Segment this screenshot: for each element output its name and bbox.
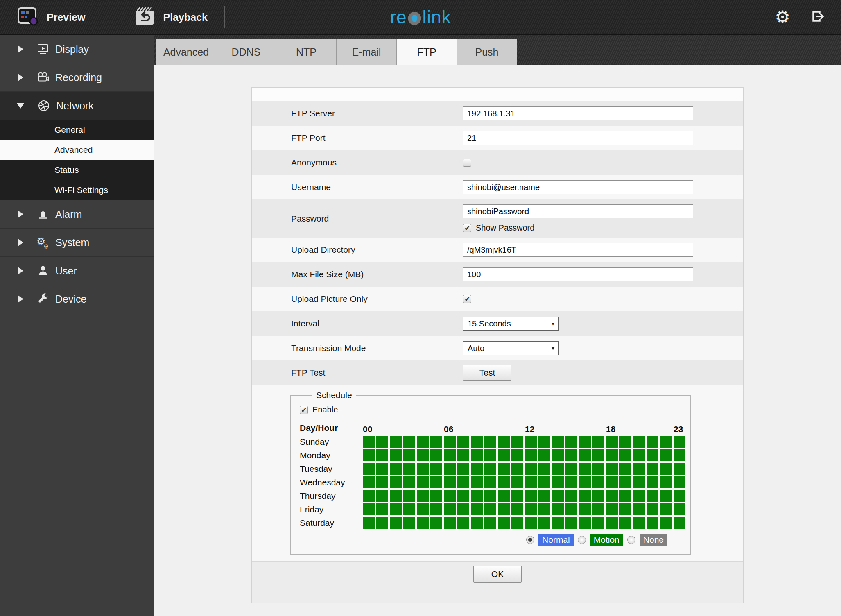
schedule-cell[interactable] [484,449,496,461]
schedule-cell[interactable] [430,476,442,488]
schedule-cell[interactable] [403,503,415,515]
schedule-cell[interactable] [525,436,537,448]
sidebar-item-display[interactable]: Display [0,35,154,63]
schedule-cell[interactable] [376,517,388,529]
schedule-cell[interactable] [403,517,415,529]
schedule-cell[interactable] [430,490,442,502]
schedule-cell[interactable] [484,436,496,448]
mode-chip-motion[interactable]: Motion [590,534,623,546]
schedule-cell[interactable] [403,463,415,475]
schedule-cell[interactable] [417,517,429,529]
schedule-cell[interactable] [565,517,577,529]
schedule-cell[interactable] [565,476,577,488]
schedule-cell[interactable] [579,463,591,475]
interval-select[interactable]: 15 Seconds▾ [463,317,559,331]
tab-push[interactable]: Push [457,39,517,65]
schedule-cell[interactable] [471,476,483,488]
schedule-cell[interactable] [511,503,523,515]
schedule-cell[interactable] [579,503,591,515]
schedule-cell[interactable] [592,436,604,448]
schedule-cell[interactable] [606,449,618,461]
schedule-cell[interactable] [390,449,402,461]
schedule-cell[interactable] [565,449,577,461]
schedule-cell[interactable] [579,449,591,461]
schedule-cell[interactable] [538,517,550,529]
schedule-cell[interactable] [484,490,496,502]
schedule-cell[interactable] [471,490,483,502]
schedule-cell[interactable] [390,517,402,529]
show-password-checkbox[interactable] [463,224,471,232]
schedule-cell[interactable] [457,476,469,488]
schedule-cell[interactable] [376,476,388,488]
schedule-cell[interactable] [592,463,604,475]
schedule-cell[interactable] [471,517,483,529]
schedule-cell[interactable] [403,476,415,488]
schedule-cell[interactable] [647,503,658,515]
schedule-cell[interactable] [525,476,537,488]
schedule-cell[interactable] [633,490,645,502]
schedule-cell[interactable] [525,463,537,475]
transmission-mode-select[interactable]: Auto▾ [463,341,559,355]
schedule-cell[interactable] [376,463,388,475]
schedule-cell[interactable] [376,503,388,515]
schedule-cell[interactable] [565,436,577,448]
tab-ddns[interactable]: DDNS [216,39,276,65]
schedule-cell[interactable] [511,449,523,461]
schedule-cell[interactable] [538,436,550,448]
schedule-cell[interactable] [565,463,577,475]
schedule-cell[interactable] [444,503,456,515]
schedule-cell[interactable] [579,517,591,529]
schedule-cell[interactable] [403,449,415,461]
schedule-cell[interactable] [376,436,388,448]
schedule-cell[interactable] [674,503,685,515]
schedule-cell[interactable] [538,449,550,461]
mode-radio-motion[interactable] [578,536,586,544]
schedule-cell[interactable] [363,449,375,461]
schedule-cell[interactable] [403,490,415,502]
schedule-cell[interactable] [660,476,672,488]
schedule-cell[interactable] [538,476,550,488]
playback-nav[interactable]: Playback [134,7,208,28]
schedule-cell[interactable] [552,517,564,529]
mode-radio-normal[interactable] [526,536,534,544]
schedule-cell[interactable] [674,436,685,448]
schedule-cell[interactable] [633,476,645,488]
sidebar-item-alarm[interactable]: Alarm [0,200,154,229]
schedule-cell[interactable] [403,436,415,448]
schedule-cell[interactable] [511,436,523,448]
schedule-cell[interactable] [444,476,456,488]
mode-chip-none[interactable]: None [640,534,667,546]
schedule-cell[interactable] [674,449,685,461]
schedule-cell[interactable] [390,476,402,488]
mode-chip-normal[interactable]: Normal [538,534,574,546]
schedule-cell[interactable] [417,490,429,502]
schedule-cell[interactable] [619,490,631,502]
schedule-cell[interactable] [525,503,537,515]
schedule-cell[interactable] [552,503,564,515]
schedule-cell[interactable] [592,490,604,502]
schedule-cell[interactable] [619,503,631,515]
schedule-cell[interactable] [511,490,523,502]
schedule-cell[interactable] [430,449,442,461]
sidebar-item-user[interactable]: User [0,257,154,285]
schedule-cell[interactable] [525,490,537,502]
upload-directory-input[interactable] [463,243,693,257]
schedule-cell[interactable] [633,463,645,475]
schedule-cell[interactable] [525,517,537,529]
tab-e-mail[interactable]: E-mail [337,39,397,65]
schedule-cell[interactable] [647,463,658,475]
schedule-cell[interactable] [363,476,375,488]
schedule-cell[interactable] [552,463,564,475]
password-input[interactable] [463,204,693,218]
schedule-cell[interactable] [674,476,685,488]
schedule-cell[interactable] [525,449,537,461]
schedule-cell[interactable] [592,449,604,461]
schedule-cell[interactable] [417,463,429,475]
schedule-cell[interactable] [484,463,496,475]
schedule-cell[interactable] [511,476,523,488]
schedule-cell[interactable] [633,503,645,515]
schedule-cell[interactable] [498,476,510,488]
sidebar-item-system[interactable]: ⚙⚙System [0,229,154,257]
schedule-cell[interactable] [390,463,402,475]
schedule-cell[interactable] [619,449,631,461]
